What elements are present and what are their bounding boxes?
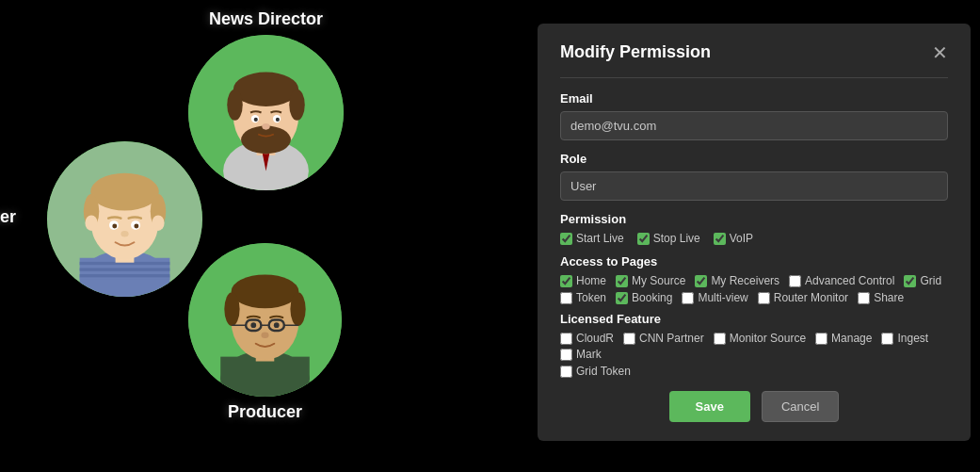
close-button[interactable]: ✕ [932,43,948,62]
licensed-feature-label: Licensed Feature [560,312,948,326]
modal-header: Modify Permission ✕ [560,42,948,62]
producer-character: Producer [188,243,342,422]
engineer-avatar [47,141,202,297]
svg-rect-19 [80,268,170,270]
svg-rect-20 [80,274,170,277]
svg-point-32 [120,231,128,237]
access-grid[interactable]: Grid [904,274,941,287]
access-share[interactable]: Share [858,291,904,304]
engineer-label: Engineer [0,207,16,227]
feat-cnn-partner[interactable]: CNN Partner [623,332,704,345]
access-pages-label: Access to Pages [560,254,948,269]
access-multi-view[interactable]: Multi-view [682,291,747,304]
access-home[interactable]: Home [560,274,606,287]
permission-checkboxes: Start Live Stop Live VoIP [560,232,948,245]
modal-title: Modify Permission [560,42,711,62]
news-director-avatar [188,35,344,190]
access-router-monitor[interactable]: Router Monitor [758,291,848,304]
svg-point-13 [276,118,280,122]
licensed-features-row1: CloudR CNN Partner Monitor Source Manage… [560,332,948,361]
access-advanced-control[interactable]: Advanced Control [789,274,894,287]
save-button[interactable]: Save [669,391,750,422]
permission-section-label: Permission [560,212,948,226]
access-my-source[interactable]: My Source [616,274,685,287]
feat-monitor-source[interactable]: Monitor Source [714,332,806,345]
modal-footer: Save Cancel [560,391,948,422]
svg-point-23 [90,173,159,211]
access-token[interactable]: Token [560,291,606,304]
left-panel: News Director [0,0,499,472]
role-label: Role [560,152,948,166]
svg-point-30 [112,223,117,228]
svg-point-39 [224,292,239,326]
svg-point-46 [250,322,256,328]
header-divider [560,77,948,78]
perm-stop-live[interactable]: Stop Live [637,232,700,245]
news-director-label: News Director [209,9,323,29]
modify-permission-modal: Modify Permission ✕ Email Role Permissio… [538,24,971,441]
licensed-features-row2: Grid Token [560,365,948,378]
feat-cloudr[interactable]: CloudR [560,332,614,345]
access-pages-row1: Home My Source My Receivers Advanced Con… [560,274,948,287]
email-label: Email [560,91,948,106]
feat-mark[interactable]: Mark [560,348,602,361]
role-input[interactable] [560,171,948,201]
svg-point-38 [232,274,299,308]
producer-avatar [188,243,342,397]
svg-point-27 [152,215,164,231]
perm-start-live[interactable]: Start Live [560,232,624,245]
access-my-receivers[interactable]: My Receivers [695,274,779,287]
feat-grid-token[interactable]: Grid Token [560,365,631,378]
producer-label: Producer [228,402,302,422]
feat-manage[interactable]: Manage [815,332,872,345]
engineer-character: Engineer [47,141,202,297]
svg-point-7 [227,90,243,121]
svg-point-40 [290,292,305,326]
perm-voip[interactable]: VoIP [714,232,753,245]
access-booking[interactable]: Booking [616,291,672,304]
feat-ingest[interactable]: Ingest [881,332,928,345]
email-input[interactable] [560,111,948,140]
access-pages-row2: Token Booking Multi-view Router Monitor … [560,291,948,304]
svg-point-9 [241,126,291,155]
svg-point-26 [85,215,97,231]
svg-point-8 [289,90,305,121]
svg-point-6 [233,73,298,106]
svg-point-31 [134,223,138,228]
svg-point-14 [262,123,269,130]
news-director-character: News Director [188,9,344,190]
cancel-button[interactable]: Cancel [762,391,839,422]
svg-point-12 [254,118,258,122]
svg-point-48 [261,333,268,339]
svg-point-47 [274,322,280,328]
